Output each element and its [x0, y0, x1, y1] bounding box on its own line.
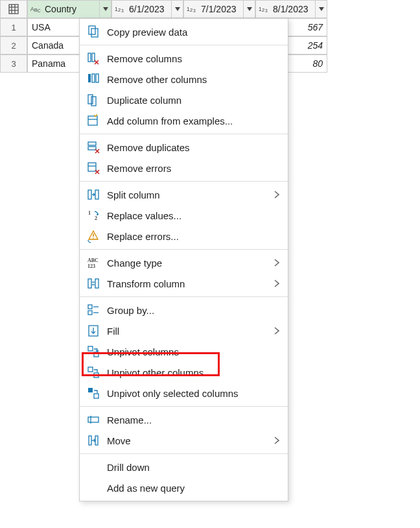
menu-unpivot-columns[interactable]: Unpivot columns: [80, 341, 288, 362]
unpivot-other-icon: [86, 365, 100, 379]
svg-point-49: [93, 237, 94, 239]
replace-errors-icon: [86, 229, 100, 243]
menu-unpivot-only-selected[interactable]: Unpivot only selected columns: [80, 383, 288, 403]
menu-unpivot-other-columns[interactable]: Unpivot other columns: [80, 362, 288, 383]
svg-rect-65: [94, 373, 99, 378]
rename-icon: [86, 413, 100, 427]
separator: [80, 453, 288, 454]
col-name: Country: [43, 4, 99, 14]
svg-rect-66: [88, 388, 93, 392]
svg-marker-12: [175, 7, 180, 11]
filter-toggle[interactable]: [243, 1, 255, 18]
menu-rename[interactable]: Rename...: [80, 409, 288, 430]
menu-split-column[interactable]: Split column: [80, 184, 288, 205]
menu-remove-duplicates[interactable]: Remove duplicates: [80, 137, 288, 158]
svg-text:2: 2: [190, 7, 192, 13]
number-type-icon: 1 2 3: [259, 5, 272, 13]
svg-rect-22: [91, 29, 98, 37]
svg-text:ABC: ABC: [88, 258, 99, 263]
svg-rect-21: [89, 26, 95, 34]
submenu-arrow-icon: [274, 326, 280, 335]
menu-label: Unpivot columns: [107, 346, 280, 357]
svg-rect-68: [88, 417, 99, 422]
menu-label: Duplicate column: [107, 95, 280, 106]
menu-label: Remove duplicates: [107, 142, 280, 153]
svg-rect-43: [95, 190, 99, 199]
svg-rect-24: [92, 53, 95, 62]
separator: [80, 45, 288, 45]
menu-replace-errors[interactable]: Replace errors...: [80, 226, 288, 246]
row-number[interactable]: 2: [0, 36, 27, 54]
submenu-arrow-icon: [274, 258, 280, 267]
menu-copy-preview-data[interactable]: Copy preview data: [80, 21, 288, 42]
col-header-6-1-2023[interactable]: 1 2 3 6/1/2023: [111, 0, 183, 18]
row-number[interactable]: 3: [0, 54, 27, 73]
menu-remove-errors[interactable]: Remove errors: [80, 158, 288, 178]
col-name: 8/1/2023: [272, 4, 315, 14]
menu-remove-columns[interactable]: Remove columns: [80, 48, 288, 69]
split-column-icon: [86, 187, 100, 202]
menu-fill[interactable]: Fill: [80, 320, 288, 341]
svg-rect-29: [96, 74, 99, 82]
svg-marker-8: [103, 7, 108, 11]
menu-drill-down[interactable]: Drill down: [80, 457, 288, 477]
submenu-arrow-icon: [274, 436, 280, 445]
menu-label: Unpivot only selected columns: [107, 388, 280, 399]
submenu-arrow-icon: [274, 279, 280, 288]
menu-group-by[interactable]: Group by...: [80, 300, 288, 320]
svg-marker-16: [247, 7, 252, 11]
menu-label: Change type: [107, 258, 274, 269]
svg-text:3: 3: [265, 8, 268, 13]
copy-icon: [86, 25, 100, 39]
unpivot-columns-icon: [86, 344, 100, 359]
svg-rect-23: [88, 53, 91, 62]
group-by-icon: [86, 303, 100, 317]
remove-duplicates-icon: [86, 140, 100, 154]
menu-label: Move: [107, 435, 274, 446]
replace-values-icon: 1 2: [86, 208, 100, 222]
transform-column-icon: [86, 276, 100, 291]
menu-label: Remove other columns: [107, 74, 280, 85]
menu-add-column-from-examples[interactable]: Add column from examples...: [80, 110, 288, 131]
menu-label: Rename...: [107, 414, 280, 426]
svg-rect-31: [91, 97, 96, 106]
duplicate-column-icon: [86, 93, 100, 107]
col-header-country[interactable]: A B C Country: [27, 0, 111, 18]
svg-text:2: 2: [262, 7, 264, 13]
menu-change-type[interactable]: ABC 123 Change type: [80, 252, 288, 273]
fill-icon: [86, 324, 100, 338]
menu-duplicate-column[interactable]: Duplicate column: [80, 90, 288, 110]
menu-label: Remove columns: [107, 53, 280, 64]
number-type-icon: 1 2 3: [115, 5, 128, 13]
svg-rect-32: [88, 116, 97, 125]
svg-text:2: 2: [95, 215, 97, 221]
col-name: 6/1/2023: [128, 4, 171, 14]
menu-move[interactable]: Move: [80, 430, 288, 451]
menu-add-as-new-query[interactable]: Add as new query: [80, 477, 288, 498]
svg-rect-0: [9, 5, 18, 14]
separator: [80, 249, 288, 250]
svg-marker-20: [319, 7, 324, 11]
filter-toggle[interactable]: [99, 1, 111, 18]
col-header-8-1-2023[interactable]: 1 2 3 8/1/2023: [255, 0, 327, 18]
add-column-examples-icon: [86, 114, 100, 128]
menu-label: Remove errors: [107, 163, 280, 174]
menu-remove-other-columns[interactable]: Remove other columns: [80, 69, 288, 90]
change-type-icon: ABC 123: [86, 256, 100, 270]
table-corner[interactable]: [0, 0, 27, 18]
menu-replace-values[interactable]: 1 2 Replace values...: [80, 205, 288, 226]
svg-rect-67: [94, 394, 99, 398]
filter-toggle[interactable]: [315, 1, 327, 18]
filter-toggle[interactable]: [171, 1, 183, 18]
svg-rect-28: [92, 74, 95, 82]
col-header-7-1-2023[interactable]: 1 2 3 7/1/2023: [183, 0, 255, 18]
separator: [80, 181, 288, 182]
col-name: 7/1/2023: [200, 4, 243, 14]
svg-rect-64: [88, 367, 93, 372]
menu-label: Add column from examples...: [107, 115, 280, 126]
menu-label: Transform column: [107, 278, 274, 289]
menu-transform-column[interactable]: Transform column: [80, 273, 288, 294]
row-number[interactable]: 1: [0, 18, 27, 36]
table-icon: [8, 4, 19, 14]
svg-rect-30: [88, 95, 93, 104]
